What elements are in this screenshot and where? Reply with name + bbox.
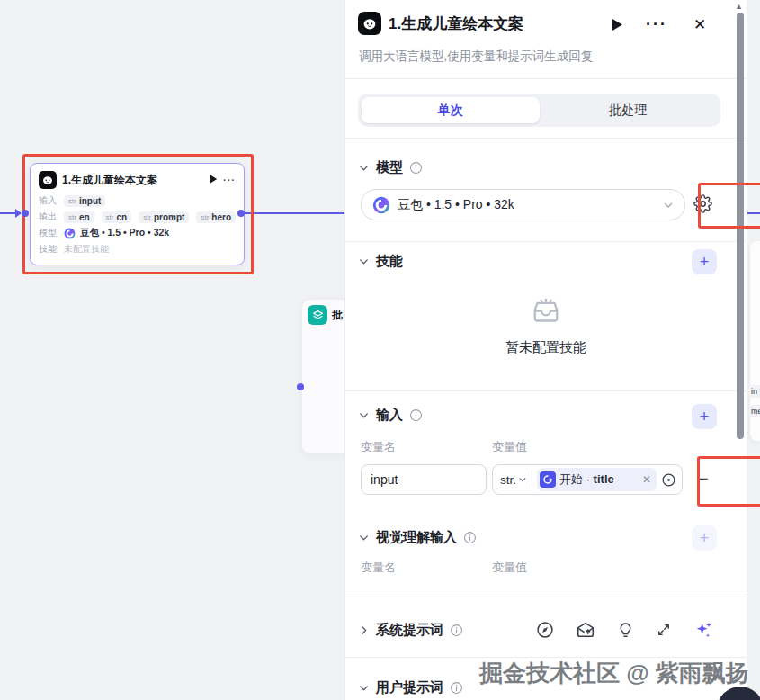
model-select-value: 豆包 • 1.5 • Pro • 32k — [398, 197, 656, 213]
more-menu-button[interactable]: ··· — [644, 13, 669, 36]
partial-node-tag: me — [749, 405, 760, 417]
edge-incoming-arrowhead — [15, 209, 22, 218]
skill-section-header[interactable]: 技能 — [358, 253, 403, 270]
mode-tabs: 单次 批处理 — [358, 94, 720, 127]
batch-node-title: 批 — [332, 308, 343, 323]
import-mail-icon[interactable] — [576, 620, 595, 640]
skill-empty-state: 暂未配置技能 — [345, 297, 747, 356]
remove-ref-icon[interactable]: ✕ — [642, 473, 651, 486]
edge-outgoing-right-sliver — [747, 212, 760, 214]
node-more-button[interactable]: ··· — [223, 175, 236, 185]
system-prompt-toolbar — [536, 620, 713, 640]
input-col-value: 变量值 — [492, 439, 527, 455]
model-settings-gear-button[interactable] — [693, 194, 712, 217]
watermark-text: 掘金技术社区 @ 紫雨飘扬 — [479, 658, 749, 689]
add-input-button[interactable]: + — [692, 404, 717, 429]
node-title: 1.生成儿童绘本文案 — [62, 173, 204, 188]
chevron-down-icon — [358, 256, 370, 267]
info-icon — [450, 624, 463, 637]
lightbulb-icon[interactable] — [617, 622, 634, 639]
node-run-button[interactable] — [210, 175, 218, 185]
system-prompt-header[interactable]: 系统提示词 — [358, 622, 463, 639]
chevron-down-icon — [358, 409, 370, 421]
model-section-label: 模型 — [376, 159, 403, 176]
info-icon — [463, 531, 477, 544]
chevron-down-icon — [518, 475, 527, 484]
panel-subtitle: 调用大语言模型,使用变量和提示词生成回复 — [359, 49, 593, 65]
node-output-tag: strcn — [102, 211, 132, 223]
node-input-port[interactable] — [22, 210, 29, 217]
chevron-down-icon — [358, 682, 370, 694]
panel-node-icon — [358, 12, 381, 35]
node-skill-label: 技能 — [39, 243, 58, 256]
variable-ref-text: 开始 · title — [559, 471, 614, 488]
type-select[interactable]: str. — [500, 473, 527, 487]
vision-section-header[interactable]: 视觉理解输入 — [358, 529, 477, 546]
node-output-tag: strhero — [196, 211, 236, 223]
user-prompt-header[interactable]: 用户提示词 — [358, 679, 463, 696]
node-output-label: 输出 — [39, 211, 58, 223]
node-input-tag: strinput — [64, 195, 105, 207]
ai-sparkle-icon[interactable] — [693, 620, 713, 640]
input-col-name: 变量名 — [361, 439, 396, 455]
input-value-group: str. 开始 · title ✕ — [492, 464, 683, 495]
user-prompt-label: 用户提示词 — [376, 679, 443, 696]
expand-icon[interactable] — [656, 622, 672, 638]
node-model-value: 豆包 • 1.5 • Pro • 32k — [64, 227, 169, 239]
panel-scrollbar[interactable] — [737, 13, 744, 439]
node-output-port[interactable] — [237, 210, 245, 217]
doubao-model-icon — [372, 196, 390, 214]
empty-tray-icon — [529, 297, 563, 328]
panel-title: 1.生成儿童绘本文案 — [389, 13, 523, 34]
node-output-tag: stren — [64, 211, 94, 223]
system-prompt-label: 系统提示词 — [376, 622, 443, 639]
skill-empty-text: 暂未配置技能 — [345, 339, 747, 356]
vertical-divider — [532, 471, 532, 489]
compass-icon[interactable] — [536, 621, 554, 639]
model-section-header[interactable]: 模型 — [358, 159, 423, 176]
view-value-icon[interactable] — [661, 472, 676, 488]
input-section-label: 输入 — [376, 407, 403, 424]
remove-input-row-button[interactable]: − — [698, 470, 709, 488]
batch-node-input-port[interactable] — [297, 383, 304, 390]
start-node-icon — [540, 471, 556, 488]
chevron-down-icon — [663, 200, 674, 211]
chevron-down-icon — [358, 162, 370, 174]
llm-node-card[interactable]: 1.生成儿童绘本文案 ··· 输入 strinput 输出 stren strc… — [30, 163, 245, 265]
partial-node-tag: in — [749, 385, 760, 398]
info-icon — [450, 681, 463, 695]
tab-single[interactable]: 单次 — [362, 97, 540, 123]
node-config-panel: 1.生成儿童绘本文案 ··· ✕ 调用大语言模型,使用变量和提示词生成回复 单次… — [344, 0, 747, 700]
chevron-down-icon — [358, 532, 370, 543]
input-name-field[interactable]: input — [361, 464, 487, 495]
tab-batch[interactable]: 批处理 — [540, 97, 718, 123]
vision-col-value: 变量值 — [492, 560, 527, 576]
info-icon — [409, 161, 423, 175]
node-input-label: 输入 — [39, 194, 58, 207]
skill-section-label: 技能 — [376, 253, 403, 270]
run-node-button[interactable] — [604, 13, 630, 36]
edge-incoming — [0, 212, 16, 214]
node-model-label: 模型 — [39, 227, 58, 239]
input-section-header[interactable]: 输入 — [358, 407, 423, 424]
add-skill-button[interactable]: + — [692, 249, 717, 274]
node-output-tag: strprompt — [139, 211, 189, 223]
info-icon — [409, 408, 423, 422]
scroll-up-arrow[interactable]: ▲ — [735, 2, 743, 11]
node-skill-value: 未配置技能 — [64, 243, 109, 256]
add-vision-input-button[interactable]: + — [692, 525, 717, 551]
edge-outgoing — [245, 212, 344, 214]
batch-node-icon — [308, 305, 327, 325]
vision-section-label: 视觉理解输入 — [376, 529, 457, 546]
variable-ref-tag[interactable]: 开始 · title ✕ — [537, 468, 657, 491]
llm-node-icon — [39, 171, 57, 189]
chevron-right-icon — [358, 624, 370, 636]
vision-col-name: 变量名 — [361, 560, 396, 576]
model-select[interactable]: 豆包 • 1.5 • Pro • 32k — [361, 189, 685, 220]
close-panel-button[interactable]: ✕ — [687, 13, 712, 36]
doubao-model-icon — [64, 228, 76, 239]
